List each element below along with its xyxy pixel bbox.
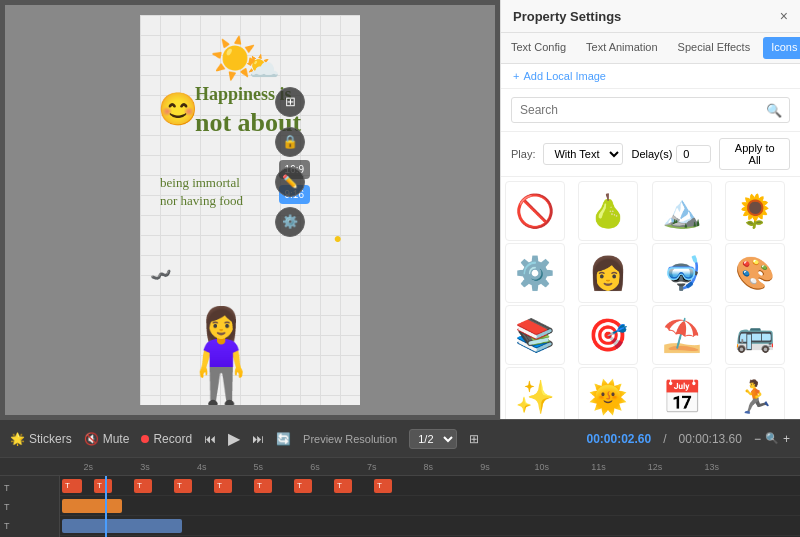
playhead	[105, 476, 107, 537]
tab-icons[interactable]: Icons	[763, 37, 800, 59]
track-label-2: T	[4, 502, 55, 512]
gear-badge-icon[interactable]: ⚙️	[505, 243, 565, 303]
apply-to-all-button[interactable]: Apply to All	[719, 138, 790, 170]
track-label-1: T	[4, 483, 55, 493]
ruler-mark: 4s	[173, 462, 230, 472]
record-dot-icon	[141, 435, 149, 443]
clip-9[interactable]: T	[374, 479, 392, 493]
sun-face-icon[interactable]: 🌞	[578, 367, 638, 419]
zoom-controls: − 🔍 +	[754, 432, 790, 446]
play-select[interactable]: With Text	[543, 143, 623, 165]
target-icon[interactable]: 🎯	[578, 305, 638, 365]
play-label: Play:	[511, 148, 535, 160]
no-sign-icon[interactable]: 🚫	[505, 181, 565, 241]
preview-label: Preview Resolution	[303, 433, 397, 445]
search-box: 🔍	[501, 89, 800, 132]
ruler-mark: 5s	[230, 462, 287, 472]
person-icon[interactable]: 👩	[578, 243, 638, 303]
canvas-area: ☀️ ⛅ 😊 Happiness is not about being immo…	[0, 0, 500, 419]
ruler-mark: 10s	[513, 462, 570, 472]
ruler-mark: 6s	[287, 462, 344, 472]
ruler-marks: 2s3s4s5s6s7s8s9s10s11s12s13s	[60, 462, 740, 472]
books-icon[interactable]: 📚	[505, 305, 565, 365]
clip-7[interactable]: T	[294, 479, 312, 493]
clip-6[interactable]: T	[254, 479, 272, 493]
clip-4[interactable]: T	[174, 479, 192, 493]
add-local-image-button[interactable]: + Add Local Image	[501, 64, 800, 89]
total-time: 00:00:13.60	[679, 432, 742, 446]
time-separator: /	[663, 432, 666, 446]
record-button[interactable]: Record	[141, 432, 192, 446]
sub-text-2: nor having food	[160, 193, 243, 209]
delay-input[interactable]	[676, 145, 711, 163]
layers-button[interactable]: ⊞	[469, 432, 479, 446]
current-time: 00:00:02.60	[587, 432, 652, 446]
ruler-mark: 7s	[343, 462, 400, 472]
sub-text-1: being immortal	[160, 175, 240, 191]
ruler-mark: 9s	[457, 462, 514, 472]
crop-icon[interactable]: ⊞	[275, 87, 305, 117]
track-content[interactable]: T T T T T T T T T	[60, 476, 800, 537]
mountain-flag-icon[interactable]: 🏔️	[652, 181, 712, 241]
zoom-out-button[interactable]: −	[754, 432, 761, 446]
icons-grid: 🚫🍐🏔️🌻⚙️👩🤿🎨📚🎯⛱️🚌✨🌞📅🏃	[501, 177, 800, 419]
clip-5[interactable]: T	[214, 479, 232, 493]
clip-audio[interactable]	[62, 499, 122, 513]
ruler-mark: 13s	[683, 462, 740, 472]
paint-roller-icon[interactable]: 🎨	[725, 243, 785, 303]
play-button[interactable]: ▶	[228, 429, 240, 448]
school-bus-icon[interactable]: 🚌	[725, 305, 785, 365]
tab-special-effects[interactable]: Special Effects	[668, 33, 761, 63]
clip-2[interactable]: T	[94, 479, 112, 493]
sparkle-icon[interactable]: ✨	[505, 367, 565, 419]
timeline-ruler: 2s3s4s5s6s7s8s9s10s11s12s13s	[0, 458, 800, 476]
edit-icon[interactable]: ✏️	[275, 167, 305, 197]
tab-text-config[interactable]: Text Config	[501, 33, 576, 63]
clip-video[interactable]	[62, 519, 182, 533]
calendar-icon[interactable]: 📅	[652, 367, 712, 419]
mute-button[interactable]: 🔇 Mute	[84, 432, 130, 446]
track-row-3	[60, 516, 800, 536]
panel-title: Property Settings	[513, 9, 621, 24]
track-row-2	[60, 496, 800, 516]
search-icon: 🔍	[766, 103, 782, 118]
sticker-icon: 🌟	[10, 432, 25, 446]
settings-icon[interactable]: ⚙️	[275, 207, 305, 237]
canvas-background: ☀️ ⛅ 😊 Happiness is not about being immo…	[5, 5, 495, 415]
stickers-button[interactable]: 🌟 Stickers	[10, 432, 72, 446]
bottom-toolbar: 🌟 Stickers 🔇 Mute Record ⏮ ▶ ⏭ 🔄 Preview…	[0, 419, 800, 457]
beach-umbrella-icon[interactable]: ⛱️	[652, 305, 712, 365]
panel-header: Property Settings ×	[501, 0, 800, 33]
search-input[interactable]	[511, 97, 790, 123]
lock-icon[interactable]: 🔒	[275, 127, 305, 157]
ruler-mark: 11s	[570, 462, 627, 472]
panel-tabs: Text Config Text Animation Special Effec…	[501, 33, 800, 64]
add-image-label: Add Local Image	[523, 70, 606, 82]
zoom-in-button[interactable]: +	[783, 432, 790, 446]
clip-1[interactable]: T	[62, 479, 82, 493]
tab-text-animation[interactable]: Text Animation	[576, 33, 668, 63]
flower-icon[interactable]: 🌻	[725, 181, 785, 241]
track-label-3: T	[4, 521, 55, 531]
character-figure: 🧍‍♀️	[165, 310, 277, 400]
property-panel: Property Settings × Text Config Text Ani…	[500, 0, 800, 419]
delay-label: Delay(s)	[631, 148, 672, 160]
pear-icon[interactable]: 🍐	[578, 181, 638, 241]
yellow-dot: ●	[334, 230, 342, 246]
preview-resolution-select[interactable]: 1/2 1/4 Full	[409, 429, 457, 449]
prev-button[interactable]: ⏮	[204, 432, 216, 446]
add-image-plus-icon: +	[513, 70, 519, 82]
clip-3[interactable]: T	[134, 479, 152, 493]
canvas-content: ☀️ ⛅ 😊 Happiness is not about being immo…	[140, 15, 360, 405]
track-row-1: T T T T T T T T T	[60, 476, 800, 496]
diving-mask-icon[interactable]: 🤿	[652, 243, 712, 303]
person-running-icon[interactable]: 🏃	[725, 367, 785, 419]
canvas-inner[interactable]: ☀️ ⛅ 😊 Happiness is not about being immo…	[140, 15, 360, 405]
loop-button[interactable]: 🔄	[276, 432, 291, 446]
mute-icon: 🔇	[84, 432, 99, 446]
delay-control: Delay(s)	[631, 145, 711, 163]
timeline: 2s3s4s5s6s7s8s9s10s11s12s13s T T T T T T…	[0, 457, 800, 537]
clip-8[interactable]: T	[334, 479, 352, 493]
next-button[interactable]: ⏭	[252, 432, 264, 446]
close-button[interactable]: ×	[780, 8, 788, 24]
